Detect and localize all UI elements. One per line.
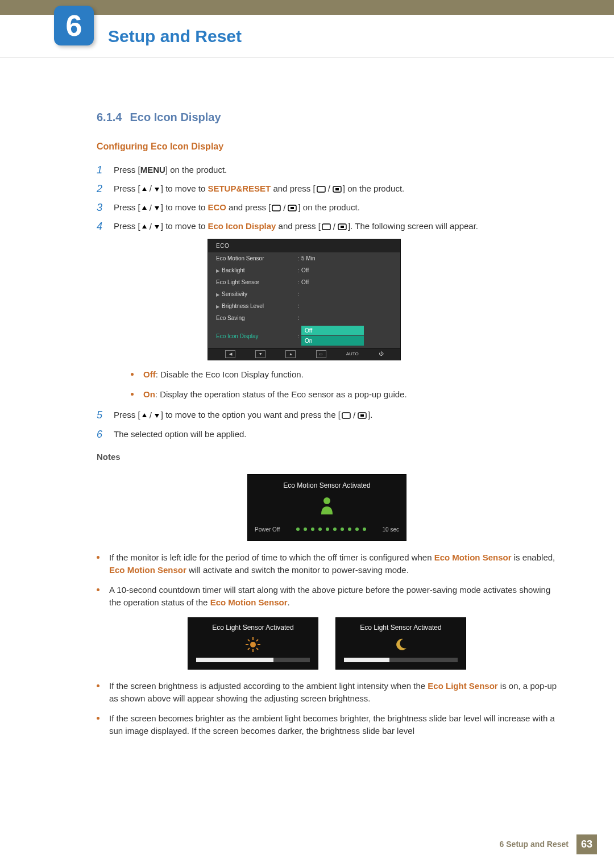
page-number: 63 <box>576 834 597 854</box>
svg-rect-12 <box>322 224 330 230</box>
osd-row: Eco Icon Display:OffOn <box>208 324 400 348</box>
svg-rect-17 <box>342 413 350 418</box>
svg-rect-4 <box>335 188 339 190</box>
chapter-number-badge: 6 <box>54 6 94 45</box>
up-down-icon: / <box>142 409 160 422</box>
brightness-slider <box>344 658 458 662</box>
steps-list: Press [MENU] on the product. Press [/] t… <box>97 164 557 441</box>
step-5: Press [/] to move to the option you want… <box>97 409 557 422</box>
svg-marker-5 <box>142 206 147 210</box>
nav-up-icon: ▲ <box>285 350 296 358</box>
svg-marker-15 <box>142 413 147 417</box>
osd-title: ECO <box>208 239 400 252</box>
light-sensor-popups: Eco Light Sensor Activated Eco Light Sen… <box>97 617 557 670</box>
step-4: Press [/] to move to Eco Icon Display an… <box>97 220 557 401</box>
light-sensor-popup-dark: Eco Light Sensor Activated <box>335 617 466 670</box>
select-enter-icon: / <box>317 182 342 196</box>
svg-marker-6 <box>155 206 159 210</box>
page-footer: 6 Setup and Reset 63 <box>500 834 597 854</box>
power-icon: ⏻ <box>379 350 383 358</box>
section-title: Eco Icon Display <box>130 111 221 123</box>
seconds-label: 10 sec <box>383 525 399 534</box>
step-2: Press [/] to move to SETUP&RESET and pre… <box>97 182 557 196</box>
moon-icon <box>344 637 458 652</box>
popup-title: Eco Motion Sensor Activated <box>255 480 399 491</box>
note-1: If the monitor is left idle for the peri… <box>97 551 557 577</box>
bullet-on: On: Display the operation status of the … <box>131 388 557 401</box>
power-off-label: Power Off <box>255 525 280 534</box>
svg-line-29 <box>248 648 250 650</box>
nav-down-icon: ▼ <box>255 350 265 358</box>
osd-menu: ECO Eco Motion Sensor:5 Min▶Backlight:Of… <box>208 239 401 360</box>
chapter-header: 6 Setup and Reset <box>0 15 614 57</box>
section-number: 6.1.4 <box>97 111 122 123</box>
svg-point-21 <box>250 642 256 647</box>
light-sensor-popup-bright: Eco Light Sensor Activated <box>188 617 318 670</box>
notes-list-1: If the monitor is left idle for the peri… <box>97 551 557 609</box>
svg-line-28 <box>256 639 258 641</box>
step-3: Press [/] to move to ECO and press [/] o… <box>97 201 557 214</box>
popup-title: Eco Light Sensor Activated <box>344 622 458 633</box>
chapter-title: Setup and Reset <box>108 23 242 49</box>
menu-label: MENU <box>140 165 165 175</box>
step-6: The selected option will be applied. <box>97 428 557 441</box>
osd-row: ▶Backlight:Off <box>208 264 400 276</box>
osd-row: Eco Light Sensor:Off <box>208 276 400 288</box>
svg-marker-11 <box>155 225 159 229</box>
bullet-off: Off: Disable the Eco Icon Display functi… <box>131 368 557 381</box>
osd-row: Eco Motion Sensor:5 Min <box>208 252 400 264</box>
svg-marker-0 <box>142 187 147 191</box>
svg-marker-16 <box>155 414 159 418</box>
select-enter-icon: / <box>322 221 347 234</box>
step-1: Press [MENU] on the product. <box>97 164 557 177</box>
svg-marker-1 <box>155 188 159 192</box>
sun-icon <box>196 637 310 652</box>
auto-label: AUTO <box>346 350 359 358</box>
osd-row: Eco Saving: <box>208 312 400 324</box>
svg-line-27 <box>256 648 258 650</box>
note-4: If the screen becomes brighter as the am… <box>97 712 557 738</box>
svg-marker-10 <box>142 225 147 229</box>
osd-row: ▶Brightness Level: <box>208 300 400 312</box>
up-down-icon: / <box>142 202 160 215</box>
svg-line-26 <box>248 639 250 641</box>
option-bullets: Off: Disable the Eco Icon Display functi… <box>114 368 557 401</box>
note-3: If the screen brightness is adjusted acc… <box>97 680 557 705</box>
section-heading: 6.1.4Eco Icon Display <box>97 109 557 126</box>
select-enter-icon: / <box>272 202 297 215</box>
brightness-slider <box>196 658 310 662</box>
osd-footer: ◀ ▼ ▲ ▭ AUTO ⏻ <box>208 348 400 360</box>
popup-title: Eco Light Sensor Activated <box>196 622 310 633</box>
source-icon: ▭ <box>316 350 326 358</box>
svg-rect-9 <box>291 207 294 209</box>
person-icon <box>319 496 335 517</box>
osd-row: ▶Sensitivity: <box>208 288 400 300</box>
note-2: A 10-second countdown timer will start a… <box>97 584 557 609</box>
select-enter-icon: / <box>342 409 367 422</box>
notes-heading: Notes <box>97 451 557 464</box>
svg-rect-14 <box>341 226 344 228</box>
nav-left-icon: ◀ <box>225 350 235 358</box>
svg-rect-7 <box>272 205 280 211</box>
svg-rect-19 <box>360 414 364 417</box>
svg-point-20 <box>323 497 330 504</box>
up-down-icon: / <box>142 182 160 196</box>
up-down-icon: / <box>142 221 160 234</box>
subsection-heading: Configuring Eco Icon Display <box>97 140 557 153</box>
countdown-dots <box>296 528 366 531</box>
motion-sensor-popup: Eco Motion Sensor Activated Power Off 10… <box>247 474 406 541</box>
notes-list-2: If the screen brightness is adjusted acc… <box>97 680 557 738</box>
svg-rect-2 <box>317 186 325 192</box>
